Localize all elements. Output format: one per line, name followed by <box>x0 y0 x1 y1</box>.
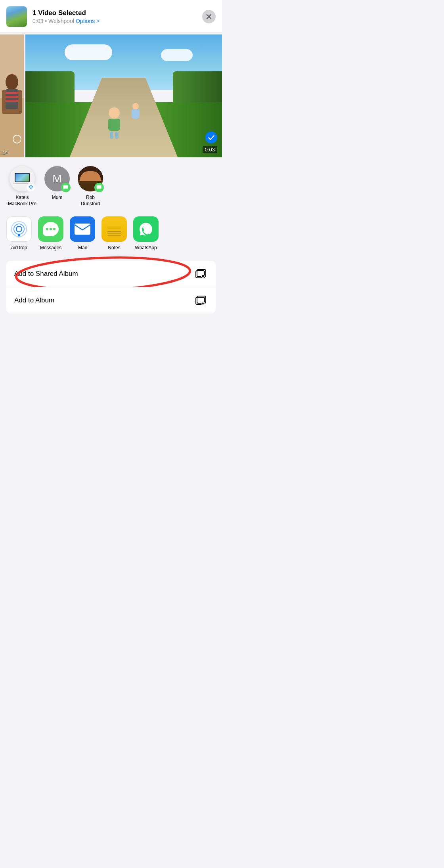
add-shared-album-text: Add to Shared Album <box>14 270 78 278</box>
svg-rect-5 <box>6 92 18 94</box>
app-messages[interactable]: Messages <box>38 216 63 250</box>
header-subtitle: 0:03 • Welshpool Options > <box>33 18 197 24</box>
contacts-row: Kate'sMacBook Pro M Mum <box>8 166 214 207</box>
svg-rect-9 <box>75 224 90 235</box>
svg-point-3 <box>6 74 18 90</box>
app-whatsapp[interactable]: WhatsApp <box>133 216 159 250</box>
header-location: Welshpool <box>48 18 74 24</box>
mail-icon <box>70 216 95 242</box>
airdrop-rings <box>11 221 27 237</box>
notes-icon <box>101 216 127 242</box>
app-mail[interactable]: Mail <box>70 216 95 250</box>
app-notes[interactable]: Notes <box>101 216 127 250</box>
whatsapp-icon <box>133 216 159 242</box>
contact-name-macbook: Kate'sMacBook Pro <box>8 195 36 207</box>
header-title: 1 Video Selected <box>33 9 197 17</box>
unselected-circle <box>13 135 21 143</box>
action-rows: Add to Shared Album Add to Album <box>0 254 222 317</box>
toddler-figure <box>104 107 124 139</box>
macbook-avatar <box>10 166 35 191</box>
contact-name-mum: Mum <box>52 195 63 201</box>
add-shared-album-wrapper: Add to Shared Album <box>6 261 216 287</box>
contact-mum[interactable]: M Mum <box>44 166 70 207</box>
girl-figure <box>130 103 142 123</box>
airdrop-icon <box>6 216 32 242</box>
messages-bubble <box>43 222 59 236</box>
add-album-row[interactable]: Add to Album <box>6 287 216 314</box>
add-album-wrapper: Add to Album <box>6 287 216 314</box>
add-album-icon <box>193 293 208 308</box>
messages-icon <box>38 216 63 242</box>
contact-rob[interactable]: RobDunsford <box>78 166 103 207</box>
whatsapp-label: WhatsApp <box>135 245 157 250</box>
mum-avatar: M <box>44 166 70 191</box>
shared-album-icon <box>193 267 208 281</box>
garden-scene <box>25 34 222 157</box>
mum-initial: M <box>52 172 61 185</box>
message-badge-mum <box>61 183 71 192</box>
photo-strip: :14 <box>0 33 222 159</box>
airdrop-label: AirDrop <box>11 245 27 250</box>
photo-thumb-small[interactable]: :14 <box>0 34 24 157</box>
cloud1 <box>65 44 112 60</box>
close-button[interactable] <box>202 10 216 23</box>
contact-name-rob: RobDunsford <box>81 195 100 207</box>
cloud2 <box>161 49 193 61</box>
photo-main[interactable]: 0:03 <box>25 34 222 157</box>
message-badge-rob <box>94 183 104 192</box>
app-airdrop[interactable]: AirDrop <box>6 216 32 250</box>
svg-point-8 <box>31 188 32 189</box>
share-header: 1 Video Selected 0:03 • Welshpool Option… <box>0 0 222 33</box>
header-duration: 0:03 <box>33 18 43 24</box>
contact-kates-macbook[interactable]: Kate'sMacBook Pro <box>8 166 36 207</box>
notes-pad <box>105 220 123 238</box>
contacts-section: Kate'sMacBook Pro M Mum <box>0 159 222 211</box>
apps-section: AirDrop Messages <box>0 211 222 254</box>
rob-avatar <box>78 166 103 191</box>
messages-label: Messages <box>40 245 62 250</box>
video-duration: 0:03 <box>203 146 217 153</box>
header-thumbnail <box>6 6 27 27</box>
options-link[interactable]: Options > <box>76 18 100 24</box>
header-separator: • <box>45 18 48 24</box>
mail-label: Mail <box>78 245 87 250</box>
notes-label: Notes <box>108 245 120 250</box>
header-info: 1 Video Selected 0:03 • Welshpool Option… <box>33 9 197 24</box>
svg-rect-6 <box>6 96 18 98</box>
svg-rect-7 <box>6 100 18 102</box>
add-shared-album-row[interactable]: Add to Shared Album <box>6 261 216 287</box>
add-album-text: Add to Album <box>14 296 54 304</box>
thumb-duration: :14 <box>2 150 8 155</box>
airdrop-badge <box>26 183 36 192</box>
apps-row: AirDrop Messages <box>6 216 222 250</box>
selected-checkmark <box>205 132 217 143</box>
